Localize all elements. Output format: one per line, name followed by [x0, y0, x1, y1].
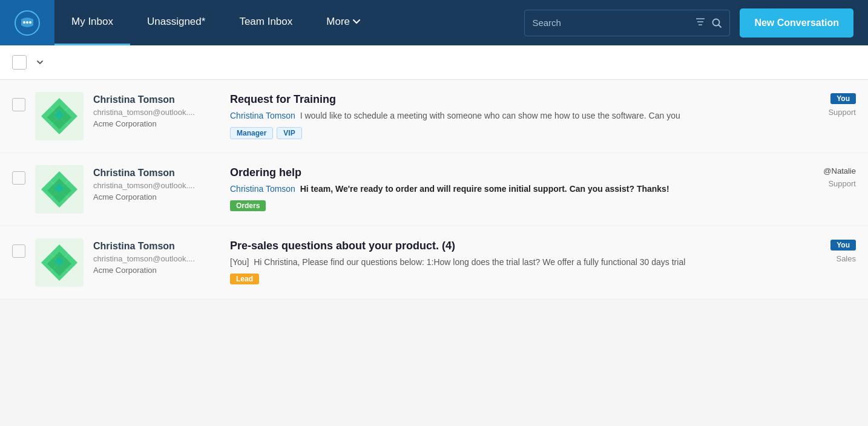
- filter-icon[interactable]: [694, 16, 706, 30]
- avatar: [35, 238, 84, 287]
- conv-tags: Orders: [230, 200, 792, 211]
- contact-name: Christina Tomson: [93, 94, 220, 105]
- conv-team: Support: [828, 179, 856, 188]
- new-conversation-button[interactable]: New Conversation: [740, 8, 853, 38]
- contact-company: Acme Corporation: [93, 266, 220, 275]
- search-bar: [524, 10, 730, 36]
- conv-body: Request for Training Christina Tomson I …: [230, 92, 792, 139]
- toolbar: [0, 45, 868, 80]
- navbar: My Inbox Unassigned* Team Inbox More: [0, 0, 868, 45]
- svg-point-7: [713, 19, 720, 25]
- contact-name: Christina Tomson: [93, 241, 220, 252]
- contact-email: christina_tomson@outlook....: [93, 254, 220, 263]
- chevron-down-icon: [352, 18, 361, 26]
- tag-orders: Orders: [230, 200, 266, 211]
- conv-team: Support: [828, 108, 856, 117]
- svg-line-8: [719, 25, 722, 27]
- logo[interactable]: [0, 0, 54, 45]
- contact-email: christina_tomson@outlook....: [93, 181, 220, 190]
- search-input[interactable]: [532, 18, 694, 28]
- conv-checkbox[interactable]: [12, 171, 25, 185]
- svg-point-2: [26, 21, 28, 24]
- conv-meta: @Natalie Support: [801, 165, 856, 188]
- search-icon[interactable]: [711, 18, 722, 28]
- table-row[interactable]: Christina Tomson christina_tomson@outloo…: [0, 80, 868, 153]
- conv-tags: Manager VIP: [230, 127, 792, 139]
- contact-info: Christina Tomson christina_tomson@outloo…: [93, 92, 220, 128]
- svg-point-1: [23, 21, 25, 24]
- chat-logo-icon: [14, 10, 41, 36]
- conv-subject: Ordering help: [230, 166, 792, 179]
- contact-email: christina_tomson@outlook....: [93, 108, 220, 117]
- conversation-list: Christina Tomson christina_tomson@outloo…: [0, 80, 868, 300]
- nav-tabs: My Inbox Unassigned* Team Inbox More: [54, 0, 515, 45]
- svg-point-3: [29, 21, 31, 24]
- avatar: [35, 165, 84, 214]
- tag-vip: VIP: [277, 127, 301, 139]
- assignee-badge: You: [830, 240, 856, 251]
- conv-subject: Pre-sales questions about your product. …: [230, 240, 792, 252]
- contact-info: Christina Tomson christina_tomson@outloo…: [93, 238, 220, 275]
- conv-tags: Lead: [230, 274, 792, 284]
- conv-preview: [You] Hi Christina, Please find our ques…: [230, 256, 792, 269]
- table-row[interactable]: Christina Tomson christina_tomson@outloo…: [0, 153, 868, 226]
- conv-preview: Christina Tomson I would like to schedul…: [230, 110, 792, 122]
- conv-body: Ordering help Christina Tomson Hi team, …: [230, 165, 792, 211]
- select-all-checkbox[interactable]: [12, 55, 27, 70]
- assignee-badge: You: [830, 93, 856, 104]
- chevron-down-icon: [36, 59, 44, 66]
- tag-manager: Manager: [230, 127, 273, 139]
- tab-team-inbox[interactable]: Team Inbox: [222, 0, 309, 45]
- contact-company: Acme Corporation: [93, 192, 220, 202]
- tab-my-inbox[interactable]: My Inbox: [54, 0, 130, 45]
- table-row[interactable]: Christina Tomson christina_tomson@outloo…: [0, 226, 868, 300]
- assignee-badge: @Natalie: [823, 166, 856, 175]
- conv-subject: Request for Training: [230, 93, 792, 106]
- contact-name: Christina Tomson: [93, 168, 220, 179]
- tag-lead: Lead: [230, 274, 259, 284]
- conv-checkbox[interactable]: [12, 244, 25, 258]
- conv-checkbox[interactable]: [12, 98, 25, 111]
- avatar: [35, 92, 84, 140]
- contact-info: Christina Tomson christina_tomson@outloo…: [93, 165, 220, 202]
- contact-company: Acme Corporation: [93, 119, 220, 128]
- tab-unassigned[interactable]: Unassigned*: [130, 0, 222, 45]
- select-dropdown-button[interactable]: [31, 54, 48, 71]
- conv-meta: You Support: [801, 92, 856, 117]
- conv-preview: Christina Tomson Hi team, We're ready to…: [230, 183, 792, 195]
- tab-more[interactable]: More: [309, 0, 378, 45]
- conv-team: Sales: [836, 254, 856, 263]
- conv-meta: You Sales: [801, 238, 856, 263]
- conv-body: Pre-sales questions about your product. …: [230, 238, 792, 284]
